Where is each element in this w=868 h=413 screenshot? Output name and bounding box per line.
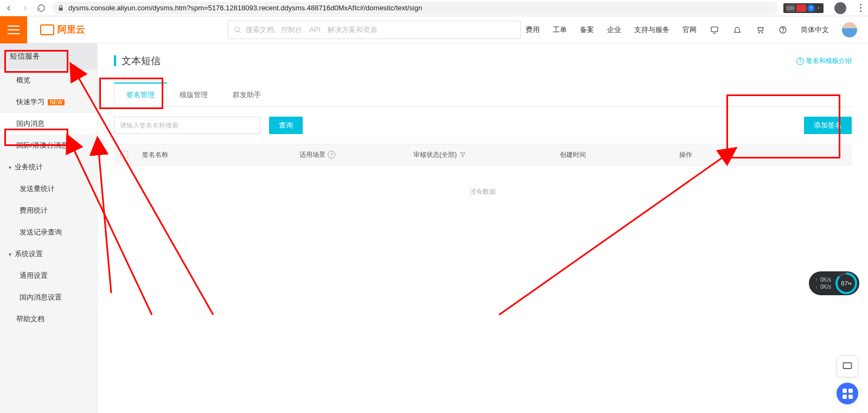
- download-arrow-icon: ↓: [815, 284, 818, 290]
- help-tooltip-icon[interactable]: ?: [328, 151, 335, 158]
- tab-batch[interactable]: 群发助手: [220, 82, 273, 106]
- nav-workorder[interactable]: 工单: [553, 25, 567, 35]
- user-avatar[interactable]: [842, 22, 857, 37]
- bell-icon[interactable]: [732, 25, 742, 35]
- sidebar-item-intl[interactable]: 国际/港澳台消息: [0, 135, 97, 156]
- table-empty-text: 没有数据: [114, 166, 852, 218]
- usage-percent: 87: [841, 280, 847, 287]
- app-header: 阿里云 搜索文档、控制台、API、解决方案和资源 费用 工单 备案 企业 支持与…: [0, 16, 868, 43]
- title-accent-bar: [114, 55, 116, 66]
- main-content: 文本短信 ? 签名和模板介绍 签名管理 模版管理 群发助手 查询 添加签名 签名…: [98, 43, 868, 413]
- sidebar-group-settings[interactable]: ▾系统设置: [0, 243, 97, 265]
- app-grid-float-button[interactable]: [837, 383, 858, 404]
- aliyun-logo[interactable]: 阿里云: [27, 23, 98, 36]
- sidebar-group-label: 业务统计: [15, 162, 43, 172]
- sidebar-item-quickstart[interactable]: 快速学习 NEW: [0, 91, 97, 113]
- svg-point-3: [762, 32, 762, 33]
- hamburger-menu-button[interactable]: [0, 16, 27, 43]
- svg-point-2: [758, 32, 759, 33]
- signature-search-input[interactable]: [114, 117, 260, 134]
- logo-text: 阿里云: [58, 23, 85, 36]
- sidebar-item-help-doc[interactable]: 帮助文档: [0, 308, 97, 330]
- caret-down-icon: ▾: [9, 251, 11, 257]
- search-icon: [234, 26, 241, 34]
- nav-beian[interactable]: 备案: [580, 25, 594, 35]
- nav-language[interactable]: 简体中文: [801, 25, 829, 35]
- svg-rect-1: [711, 27, 718, 31]
- help-link[interactable]: ? 签名和模板介绍: [796, 56, 852, 66]
- help-circle-icon[interactable]: [778, 25, 788, 35]
- chat-icon: [842, 361, 853, 372]
- col-signature-name: 签名名称: [142, 150, 299, 160]
- browser-menu-icon[interactable]: [856, 4, 865, 12]
- svg-point-5: [783, 31, 783, 32]
- address-bar[interactable]: dysms.console.aliyun.com/dysms.htm?spm=5…: [52, 2, 778, 15]
- add-signature-button[interactable]: 添加签名: [804, 117, 852, 134]
- table-header: 签名名称 适用场景? 审核状态(全部) 创建时间 操作: [114, 144, 852, 166]
- screen-icon[interactable]: [710, 25, 719, 35]
- global-search-input[interactable]: 搜索文档、控制台、API、解决方案和资源: [228, 21, 521, 39]
- tabs: 签名管理 模版管理 群发助手: [114, 82, 852, 107]
- search-placeholder: 搜索文档、控制台、API、解决方案和资源: [246, 25, 377, 35]
- select-all-checkbox[interactable]: [120, 151, 128, 158]
- sidebar: 短信服务 概览 快速学习 NEW 国内消息 国际/港澳台消息 ▾业务统计 发送量…: [0, 43, 98, 413]
- browser-extensions[interactable]: CH ?: [783, 3, 824, 13]
- extension-red-icon: [796, 4, 806, 12]
- sidebar-group-label: 系统设置: [15, 249, 43, 259]
- col-time: 创建时间: [560, 150, 679, 160]
- grid-icon: [843, 389, 853, 399]
- upload-speed: 0K/s: [820, 277, 831, 283]
- help-link-text: 签名和模板介绍: [806, 56, 852, 66]
- chat-float-button[interactable]: [837, 355, 858, 377]
- sidebar-item-label: 快速学习: [16, 97, 44, 107]
- tab-template[interactable]: 模版管理: [167, 82, 220, 106]
- page-title-text: 文本短信: [122, 54, 161, 67]
- lock-icon: [58, 5, 64, 11]
- url-text: dysms.console.aliyun.com/dysms.htm?spm=5…: [68, 4, 422, 12]
- browser-reload-button[interactable]: [36, 3, 47, 14]
- col-operation: 操作: [679, 150, 845, 160]
- col-status[interactable]: 审核状态(全部): [413, 150, 560, 160]
- usage-ring: 87%: [835, 272, 857, 294]
- extension-ch-icon: CH: [786, 4, 795, 12]
- logo-glyph-icon: [40, 24, 54, 35]
- usage-percent-suffix: %: [848, 281, 852, 286]
- download-speed: 0K/s: [820, 284, 831, 290]
- browser-profile-icon[interactable]: [834, 2, 846, 14]
- tab-sign[interactable]: 签名管理: [114, 82, 167, 106]
- sidebar-item-domestic[interactable]: 国内消息: [0, 113, 97, 135]
- nav-enterprise[interactable]: 企业: [607, 25, 621, 35]
- browser-toolbar: dysms.console.aliyun.com/dysms.htm?spm=5…: [0, 0, 868, 16]
- svg-point-0: [235, 27, 239, 31]
- sidebar-item-send-log[interactable]: 发送记录查询: [0, 221, 97, 243]
- network-monitor-widget[interactable]: ↑0K/s ↓0K/s 87%: [809, 271, 859, 295]
- browser-back-button[interactable]: [3, 3, 14, 14]
- extension-help-icon: ?: [807, 4, 815, 12]
- caret-down-icon: ▾: [9, 164, 11, 170]
- sidebar-item-general-settings[interactable]: 通用设置: [0, 265, 97, 287]
- sidebar-item-send-stats[interactable]: 发送量统计: [0, 178, 97, 200]
- page-title: 文本短信: [114, 54, 852, 67]
- browser-forward-button[interactable]: [20, 3, 30, 14]
- sidebar-group-stats[interactable]: ▾业务统计: [0, 156, 97, 178]
- nav-support[interactable]: 支持与服务: [634, 25, 669, 35]
- sidebar-service-title[interactable]: 短信服务: [0, 43, 97, 69]
- sidebar-item-domestic-settings[interactable]: 国内消息设置: [0, 287, 97, 308]
- new-badge: NEW: [48, 99, 65, 105]
- sidebar-item-fee-stats[interactable]: 费用统计: [0, 200, 97, 221]
- cart-icon[interactable]: [755, 25, 765, 35]
- sidebar-item-overview[interactable]: 概览: [0, 69, 97, 91]
- upload-arrow-icon: ↑: [815, 277, 818, 283]
- nav-official[interactable]: 官网: [682, 25, 697, 35]
- extension-chevron-icon: [816, 5, 821, 11]
- col-scene: 适用场景?: [299, 150, 413, 160]
- nav-fee[interactable]: 费用: [526, 25, 540, 35]
- query-button[interactable]: 查询: [269, 117, 303, 134]
- toolbar: 查询 添加签名: [114, 117, 852, 134]
- help-question-icon: ?: [796, 58, 804, 65]
- filter-icon[interactable]: [459, 151, 467, 158]
- top-nav: 费用 工单 备案 企业 支持与服务 官网 简体中文: [526, 22, 868, 37]
